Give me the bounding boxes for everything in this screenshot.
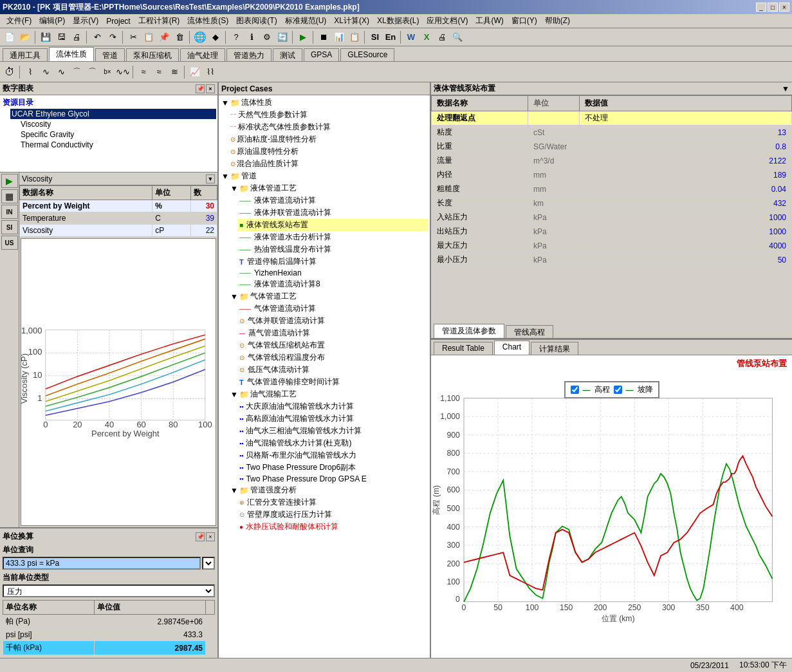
result-tab-chart[interactable]: Chart [494,341,530,355]
wave2-btn[interactable]: ∿ [39,65,53,79]
another-btn[interactable]: ⌇⌇ [203,65,217,79]
legend-slope-check[interactable] [614,386,622,394]
menu-engineering[interactable]: 工程计算(R) [134,14,184,28]
copy-button[interactable]: 📋 [142,30,156,44]
wave-group3[interactable]: ≋ [167,65,181,79]
result-tab-calc[interactable]: 计算结果 [531,342,578,355]
tab-thermal[interactable]: 管道热力 [226,48,272,61]
chart-type-btn[interactable]: 📈 [188,65,202,79]
ptree-liquid-flow[interactable]: ―― 液体管道流动计算 [238,194,428,207]
ptree-low-press-gas[interactable]: ⊙ 低压气体流动计算 [238,364,428,376]
save-as-button[interactable]: 🖫 [54,30,68,44]
redo-button[interactable]: ↷ [106,30,120,44]
in-btn[interactable]: IN [1,205,18,219]
menu-file[interactable]: 文件(F) [3,14,35,28]
ptree-gas-flow[interactable]: ―― 气体管道流动计算 [238,303,428,315]
close-panel-button[interactable]: × [206,84,215,93]
ptree-yizhen[interactable]: ―― YizhenHexian [238,268,428,278]
ptree-gas-blowdown[interactable]: T 气体管道停输排空时间计算 [238,376,428,388]
menu-edit[interactable]: 编辑(P) [35,14,69,28]
save-button[interactable]: 💾 [39,30,53,44]
clock-icon-btn[interactable]: ⏱ [3,65,17,79]
ptree-mix-oil[interactable]: ⊙ 混合油品性质计算 [229,158,428,170]
ptree-water-hammer[interactable]: ―― 液体管道水击分析计算 [238,231,428,243]
undo-button[interactable]: ↶ [90,30,104,44]
ptree-hydro-test[interactable]: ● 水静压试验和耐酸体积计算 [238,521,428,533]
tree-item-viscosity[interactable]: Viscosity [19,119,216,129]
menu-view[interactable]: 显示(V) [69,14,102,28]
ptree-hot-oil[interactable]: ―― 热油管线温度分布计算 [238,243,428,256]
cut-button[interactable]: ✂ [126,30,140,44]
si-button[interactable]: SI [368,30,382,44]
menu-docs[interactable]: 应用文档(V) [423,14,472,28]
menu-project[interactable]: Project [102,15,134,27]
grid-side-btn[interactable]: ▦ [1,189,18,203]
ptree-daqing[interactable]: ▪▪ 大庆原油油气混输管线水力计算 [238,400,428,413]
result-tab-table[interactable]: Result Table [434,342,493,355]
ptree-liquid-pipe[interactable]: ▼ 📁 液体管道工艺 [229,182,428,194]
tree-item-thermal[interactable]: Thermal Conductivity [19,140,216,150]
tree-node-glycol[interactable]: UCAR Ethylene Glycol Viscosity Specific … [10,109,216,150]
ptree-stop-cool[interactable]: T 管道停输后温降计算 [238,256,428,268]
delete-button[interactable]: 🗑 [172,30,187,44]
tab-general[interactable]: 通用工具 [3,48,48,61]
param-tab-elevation[interactable]: 管线高程 [506,325,553,338]
open-button[interactable]: 📂 [18,30,32,44]
ptree-two-phase-gpsa[interactable]: ▪▪ Two Phase Pressure Drop GPSA E [238,474,428,484]
chart-button[interactable]: 📊 [332,30,346,44]
pin-button[interactable]: 📌 [196,84,205,93]
menu-fluid[interactable]: 流体性质(S) [183,14,232,28]
tab-test[interactable]: 测试 [273,48,302,61]
viscosity-close[interactable]: ▼ [206,174,215,183]
tab-pipe[interactable]: 管道 [95,48,125,61]
tab-gpsa[interactable]: GPSA [304,48,339,61]
ptree-gas-compressor[interactable]: ⊙ 气体管线压缩机站布置 [238,339,428,351]
ptree-high-visc[interactable]: ▪▪ 高粘原油油气混输管线水力计算 [238,413,428,425]
wave5-btn[interactable]: ⌒ [85,65,99,79]
wave4-btn[interactable]: ⌒ [69,65,84,79]
menu-chart[interactable]: 图表阅读(T) [232,14,281,28]
stop-button[interactable]: ⏹ [317,30,331,44]
menu-xl-calc[interactable]: XL计算(X) [330,14,373,28]
param-tab-pipe[interactable]: 管道及流体参数 [434,324,504,338]
ptree-std-gas[interactable]: ⁻⁻ 标准状态气体性质参数计算 [229,121,428,133]
print2-button[interactable]: 🖨 [435,30,449,44]
tab-oil-gas[interactable]: 油气处理 [180,48,225,61]
ptree-crude-temp[interactable]: ⊙ 原油温度特性分析 [229,145,428,158]
ptree-two-phase6[interactable]: ▪▪ Two Phase Pressure Drop6副本 [238,462,428,474]
globe-button[interactable]: 🌐 [193,30,207,44]
ptree-gas-temp[interactable]: ⊙ 气体管线沿程温度分布 [238,351,428,364]
wave-group2[interactable]: ≈ [152,65,166,79]
tree-item-glycol[interactable]: UCAR Ethylene Glycol [10,109,216,119]
ptree-multiphase[interactable]: ▼ 📁 油气混输工艺 [229,388,428,400]
legend-elevation-check[interactable] [571,386,579,394]
unit-close-btn[interactable]: × [206,532,215,541]
info-button[interactable]: ℹ [244,30,259,44]
close-button[interactable]: × [779,3,789,12]
unit-pin-btn[interactable]: 📌 [196,532,205,541]
ptree-strength[interactable]: ▼ 📁 管道强度分析 [229,484,428,496]
wave1-btn[interactable]: ⌇ [23,65,37,79]
unit-search-input[interactable] [3,557,201,570]
tree-item-sg[interactable]: Specific Gravity [19,129,216,140]
ptree-gas-parallel[interactable]: ⊙ 气体并联管道流动计算 [238,315,428,327]
bx-btn[interactable]: b× [100,65,115,79]
table-button[interactable]: 📋 [347,30,362,44]
zoom-button[interactable]: 🔍 [450,30,465,44]
tab-gle[interactable]: GLESource [340,48,394,61]
ptree-pipe[interactable]: ▼ 📁 管道 [220,170,428,182]
minimize-button[interactable]: _ [756,3,766,12]
wave-group1[interactable]: ≈ [136,65,151,79]
us-btn[interactable]: US [1,236,18,250]
right-panel-close-btn[interactable]: ▼ [782,84,789,93]
play-side-btn[interactable]: ▶ [1,174,18,188]
ptree-manifold[interactable]: ⊕ 汇管分支管连接计算 [238,496,428,509]
ptree-natural-gas[interactable]: ⁻⁻ 天然气性质参数计算 [229,109,428,121]
ptree-crude-visc[interactable]: ⊙ 原油粘度-温度特性分析 [229,133,428,145]
excel-button[interactable]: X [419,30,434,44]
help-button[interactable]: ? [229,30,243,44]
ptree-three-phase[interactable]: ▪▪ 油气水三相油气混输管线水力计算 [238,425,428,437]
resource-tree[interactable]: 资源目录 UCAR Ethylene Glycol Viscosity Spec… [0,95,217,173]
play-button[interactable]: ▶ [296,30,310,44]
project-tree[interactable]: ▼ 📁 流体性质 ⁻⁻ 天然气性质参数计算 ⁻⁻ 标准状态气体性质参数计算 ⊙ … [219,95,430,658]
